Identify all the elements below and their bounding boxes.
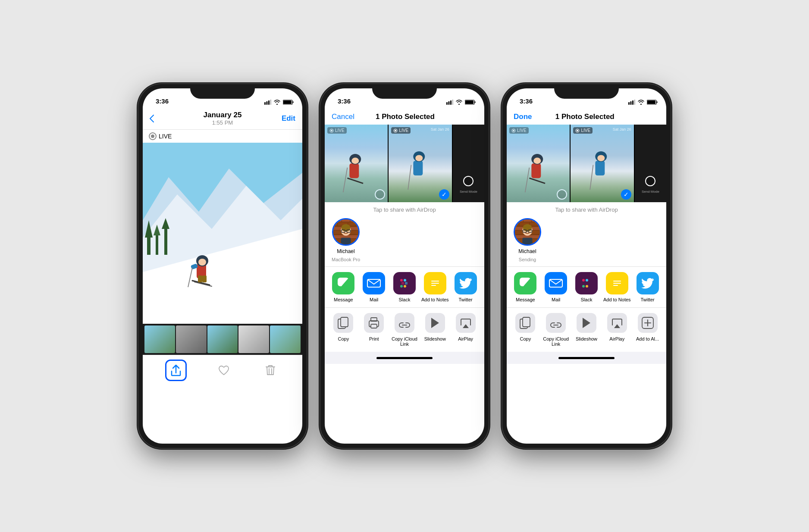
slideshow-icon-2 — [425, 313, 445, 333]
svg-rect-134 — [523, 317, 530, 327]
action-copy-2[interactable]: Copy — [328, 313, 359, 347]
photo-item-3b[interactable]: LIVE Sat Jan 26 ✓ — [571, 125, 633, 202]
skier-svg-3b — [571, 125, 633, 202]
app-mail-2[interactable]: Mail — [359, 272, 389, 302]
send-mode-label: Send Mode — [460, 190, 477, 194]
edit-button[interactable]: Edit — [274, 114, 295, 123]
app-message-3[interactable]: Message — [510, 272, 541, 302]
app-notes-3[interactable]: Add to Notes — [602, 272, 632, 302]
wifi-icon — [274, 100, 280, 105]
ski-photo-svg — [143, 143, 302, 324]
app-notes-2[interactable]: Add to Notes — [420, 272, 450, 302]
signal-icon-2 — [446, 100, 453, 105]
plus-square-icon-3 — [642, 317, 654, 329]
wifi-icon-3 — [638, 100, 644, 105]
action-airplay-2[interactable]: AirPlay — [450, 313, 481, 347]
app-mail-3[interactable]: Mail — [541, 272, 571, 302]
svg-rect-90 — [657, 101, 658, 103]
thumb-1 — [144, 325, 175, 353]
photo-item-3a[interactable]: LIVE — [507, 125, 570, 202]
action-copy-3[interactable]: Copy — [510, 313, 541, 347]
message-icon-2 — [332, 272, 354, 294]
app-label-mail-2: Mail — [370, 297, 378, 302]
airdrop-section-3: Tap to share with AirDrop — [507, 202, 666, 267]
airdrop-device-2: MacBook Pro — [332, 257, 360, 262]
svg-line-46 — [408, 165, 411, 190]
trash-button[interactable] — [261, 361, 280, 380]
notch-3 — [554, 84, 619, 99]
action-label-slideshow-2: Slideshow — [424, 336, 446, 341]
action-label-print-2: Print — [369, 336, 379, 341]
mail-icon-3 — [545, 272, 567, 294]
airplay-icon-2 — [456, 313, 476, 333]
screen-3: 3:36 Done 1 Photo Selected LIVE — [507, 88, 666, 444]
send-mode-label-3: Send Mode — [642, 190, 659, 194]
action-label-airplay-3: AirPlay — [609, 336, 624, 341]
app-slack-3[interactable]: Slack — [571, 272, 602, 302]
copy-icon-2 — [333, 313, 353, 333]
svg-rect-6 — [293, 101, 294, 103]
svg-rect-0 — [264, 102, 266, 105]
status-time-3: 3:36 — [520, 97, 533, 105]
back-button[interactable] — [150, 115, 171, 122]
status-icons-2 — [446, 100, 476, 105]
action-icloud-3[interactable]: Copy iCloud Link — [541, 313, 571, 347]
app-label-slack-3: Slack — [581, 297, 593, 302]
person-avatar-svg-2 — [333, 218, 358, 246]
play-triangle-icon — [430, 317, 440, 329]
phone-2: 3:36 Cancel 1 Photo Selected LIVE — [320, 84, 489, 448]
svg-marker-83 — [431, 318, 439, 328]
heart-button[interactable] — [214, 361, 233, 380]
app-row-2: Message Mail — [325, 267, 484, 308]
avatar-face-2 — [333, 219, 358, 244]
airdrop-contact-michael-3[interactable]: Michael Sending — [514, 218, 541, 262]
airdrop-device-3: Sending — [519, 257, 536, 262]
action-airplay-3[interactable]: AirPlay — [602, 313, 632, 347]
action-addtoalbum-3[interactable]: Add to Al... — [632, 313, 663, 347]
app-message-2[interactable]: Message — [328, 272, 359, 302]
live-badge: LIVE — [143, 130, 302, 143]
share-button-highlighted[interactable] — [165, 360, 187, 381]
app-twitter-3[interactable]: Twitter — [632, 272, 663, 302]
svg-line-104 — [590, 165, 593, 190]
done-button-3[interactable]: Done — [514, 113, 532, 121]
twitter-bird-icon-3 — [641, 278, 654, 289]
action-slideshow-2[interactable]: Slideshow — [420, 313, 450, 347]
svg-rect-106 — [515, 219, 540, 222]
app-label-mail-3: Mail — [552, 297, 560, 302]
app-label-slack-2: Slack — [399, 297, 411, 302]
slack-hash-icon — [398, 277, 411, 290]
cancel-button-2[interactable]: Cancel — [332, 113, 354, 121]
status-time-1: 3:36 — [156, 97, 169, 105]
share-title-2: 1 Photo Selected — [376, 113, 435, 121]
app-label-twitter-2: Twitter — [458, 297, 472, 302]
mail-envelope-icon-3 — [549, 278, 563, 288]
airdrop-contacts-2: Michael MacBook Pro — [332, 216, 477, 264]
photo-item-2[interactable]: LIVE Sat Jan 26 ✓ — [389, 125, 452, 202]
link-chain-icon — [398, 318, 411, 328]
share-sheet-2: LIVE — [325, 125, 484, 364]
svg-rect-72 — [401, 282, 404, 285]
svg-rect-29 — [452, 100, 454, 105]
phone-3: 3:36 Done 1 Photo Selected LIVE — [502, 84, 671, 448]
action-print-2[interactable]: Print — [359, 313, 389, 347]
app-slack-2[interactable]: Slack — [389, 272, 420, 302]
print-icon-2 — [364, 313, 384, 333]
photo-item-1[interactable]: LIVE — [325, 125, 388, 202]
action-slideshow-3[interactable]: Slideshow — [571, 313, 602, 347]
photo-uncheck-3 — [463, 176, 473, 186]
status-icons-1 — [264, 100, 294, 105]
notes-lines-icon-3 — [611, 277, 623, 289]
message-bubble-icon — [337, 277, 350, 290]
action-label-addtoalbum-3: Add to Al... — [636, 336, 659, 341]
signal-icon — [264, 100, 271, 105]
svg-point-45 — [416, 155, 423, 161]
svg-point-22 — [198, 259, 206, 266]
action-icloud-2[interactable]: Copy iCloud Link — [389, 313, 420, 347]
app-label-notes-2: Add to Notes — [421, 297, 449, 302]
play-triangle-icon-3 — [582, 317, 591, 329]
share-header-2: Cancel 1 Photo Selected — [325, 107, 484, 125]
airdrop-contact-michael-2[interactable]: Michael MacBook Pro — [332, 218, 360, 262]
svg-rect-43 — [414, 161, 423, 175]
app-twitter-2[interactable]: Twitter — [450, 272, 481, 302]
